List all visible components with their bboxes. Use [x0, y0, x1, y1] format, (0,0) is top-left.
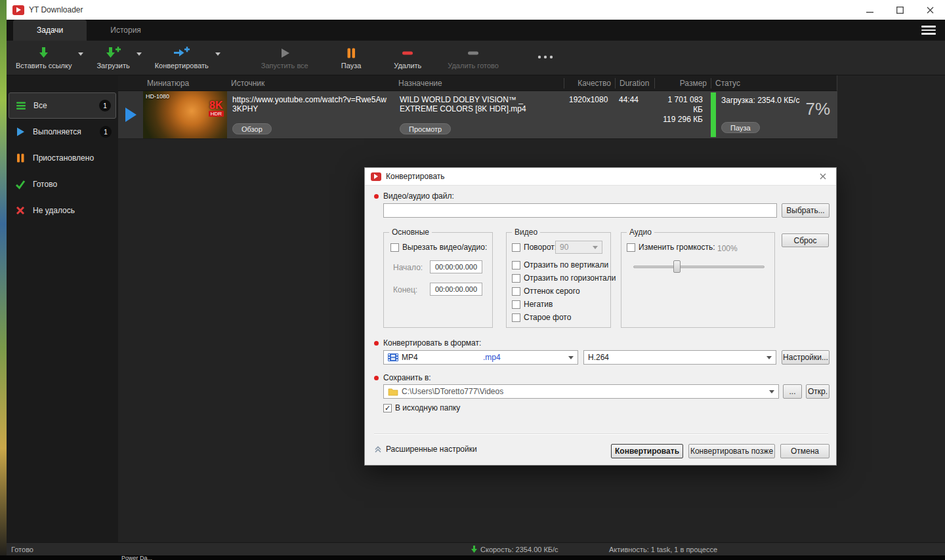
close-button[interactable] — [915, 0, 945, 20]
end-label: Конец: — [393, 285, 417, 294]
file-input[interactable] — [383, 203, 777, 218]
advanced-settings-toggle[interactable]: Расширенные настройки — [374, 445, 477, 454]
row-play-button[interactable] — [118, 91, 143, 138]
dialog-title-bar: Конвертировать — [365, 168, 836, 186]
end-time-input[interactable] — [430, 283, 482, 296]
convert-later-button[interactable]: Конвертировать позже — [688, 444, 775, 458]
sidebar-item-done[interactable]: Готово — [7, 171, 118, 197]
app-logo-icon — [12, 5, 24, 15]
checkmark-icon — [15, 179, 27, 190]
download-plus-icon — [106, 47, 121, 60]
delete-done-button[interactable]: Удалить готово — [442, 45, 504, 71]
save-path-value: C:\Users\DToretto777\Videos — [402, 387, 503, 396]
minimize-icon — [866, 7, 873, 14]
pause-all-button[interactable]: Пауза — [336, 45, 367, 71]
start-label: Начало: — [393, 263, 423, 272]
col-duration[interactable]: Duration — [615, 78, 654, 89]
preview-button[interactable]: Просмотр — [400, 123, 451, 134]
flip-vertical-checkbox[interactable]: Отразить по вертикали — [512, 260, 608, 270]
download-dropdown-caret[interactable] — [136, 52, 142, 56]
close-icon — [820, 173, 826, 180]
old-photo-checkbox[interactable]: Старое фото — [512, 313, 571, 322]
pause-icon — [15, 153, 27, 163]
source-cell: https://www.youtube.com/watch?v=Rwe5Aw3K… — [227, 91, 394, 138]
delete-button[interactable]: Удалить — [388, 45, 427, 71]
speed-down-arrow-icon — [471, 546, 477, 553]
progress-bar — [711, 92, 716, 137]
convert-plus-icon — [173, 47, 190, 60]
start-all-button[interactable]: Запустить все — [256, 45, 314, 71]
col-destination[interactable]: Назначение — [394, 79, 564, 88]
format-settings-button[interactable]: Настройки... — [782, 350, 830, 365]
menu-button[interactable] — [921, 26, 936, 35]
file-section-label: Видео/аудио файл: — [374, 191, 454, 201]
negative-checkbox[interactable]: Негатив — [512, 300, 553, 309]
play-icon — [15, 127, 27, 137]
chevron-down-icon — [568, 356, 574, 359]
required-bullet-icon — [374, 376, 379, 380]
convert-button[interactable]: Конвертировать — [150, 45, 214, 71]
row-pause-button[interactable]: Пауза — [721, 122, 760, 133]
cut-checkbox[interactable]: Вырезать видео/аудио: — [390, 243, 487, 252]
codec-select[interactable]: H.264 — [583, 350, 776, 365]
col-status[interactable]: Статус — [711, 78, 837, 89]
paste-link-button[interactable]: Вставить ссылку — [10, 45, 77, 71]
required-bullet-icon — [374, 194, 379, 199]
sidebar-item-failed[interactable]: Не удалось — [7, 197, 118, 224]
dialog-close-button[interactable] — [816, 171, 830, 182]
choose-file-button[interactable]: Выбрать... — [782, 203, 830, 218]
maximize-button[interactable] — [885, 0, 915, 20]
download-label: Загрузить — [96, 62, 129, 70]
taskbar-strip: Power Da... — [0, 555, 945, 560]
overview-button[interactable]: Обзор — [232, 123, 272, 134]
col-thumbnail[interactable]: Миниатюра — [143, 79, 227, 88]
grayscale-checkbox[interactable]: Оттенок серого — [512, 287, 580, 296]
slider-handle[interactable] — [673, 260, 681, 273]
rotate-checkbox[interactable]: Поворот: — [512, 243, 556, 252]
sidebar-item-running[interactable]: Выполняется 1 — [7, 119, 118, 145]
sidebar-item-all[interactable]: Все 1 — [9, 92, 116, 119]
source-url[interactable]: https://www.youtube.com/watch?v=Rwe5Aw3K… — [232, 95, 389, 113]
paste-link-dropdown-caret[interactable] — [78, 52, 83, 56]
col-size[interactable]: Размер — [654, 78, 711, 89]
format-select[interactable]: MP4 .mp4 — [383, 350, 578, 365]
save-path-select[interactable]: C:\Users\DToretto777\Videos — [383, 384, 779, 399]
size-done: 119 296 КБ — [660, 115, 703, 125]
destination-filename: WILD WORLD DOLBY VISION™ _ EXTREME COLOR… — [400, 95, 558, 113]
col-source[interactable]: Источник — [227, 79, 394, 88]
flip-horizontal-checkbox[interactable]: Отразить по горизонтали — [512, 273, 616, 283]
reset-button[interactable]: Сброс — [782, 233, 829, 247]
delete-minus-icon — [401, 47, 414, 60]
volume-slider[interactable] — [633, 266, 765, 268]
format-section-label: Конвертировать в формат: — [374, 338, 481, 348]
minimize-button[interactable] — [854, 0, 885, 20]
convert-confirm-button[interactable]: Конвертировать — [611, 444, 683, 458]
more-button[interactable] — [532, 50, 559, 66]
group-video: Видео Поворот: 90 Отразить по вертикали … — [506, 232, 611, 328]
status-text: Загрузка: 2354.0 КБ/с — [721, 96, 799, 105]
download-button[interactable]: Загрузить — [91, 45, 135, 71]
rotate-select[interactable]: 90 — [555, 241, 602, 254]
table-header: Миниатюра Источник Назначение Качество D… — [118, 75, 837, 91]
start-time-input[interactable] — [430, 260, 482, 273]
open-folder-button[interactable]: Откр. — [806, 384, 830, 399]
statusbar-activity: Активность: 1 task, 1 в процессе — [609, 546, 717, 553]
browse-button[interactable]: ... — [783, 384, 802, 399]
convert-label: Конвертировать — [155, 62, 209, 70]
video-thumbnail[interactable]: HD-1080 8K HDR — [143, 91, 227, 138]
table-row[interactable]: HD-1080 8K HDR https://www.youtube.com/w… — [118, 91, 837, 139]
tab-history[interactable]: История — [87, 20, 165, 41]
sidebar-item-label: Выполняется — [33, 127, 81, 136]
convert-dialog: Конвертировать Видео/аудио файл: Выбрать… — [364, 167, 837, 466]
sidebar-item-label: Все — [33, 101, 47, 110]
convert-dropdown-caret[interactable] — [215, 52, 220, 56]
tab-tasks[interactable]: Задачи — [13, 20, 87, 41]
cancel-button[interactable]: Отмена — [780, 444, 830, 458]
chevron-down-icon — [593, 246, 598, 249]
col-quality[interactable]: Качество — [564, 78, 615, 89]
volume-checkbox[interactable]: Изменить громкость: — [627, 243, 715, 252]
sidebar-item-paused[interactable]: Приостановлено — [7, 145, 118, 171]
film-icon — [388, 353, 398, 361]
desktop: YT Downloader Задачи История — [0, 0, 945, 560]
source-folder-checkbox[interactable]: ✓ В исходную папку — [383, 403, 460, 412]
